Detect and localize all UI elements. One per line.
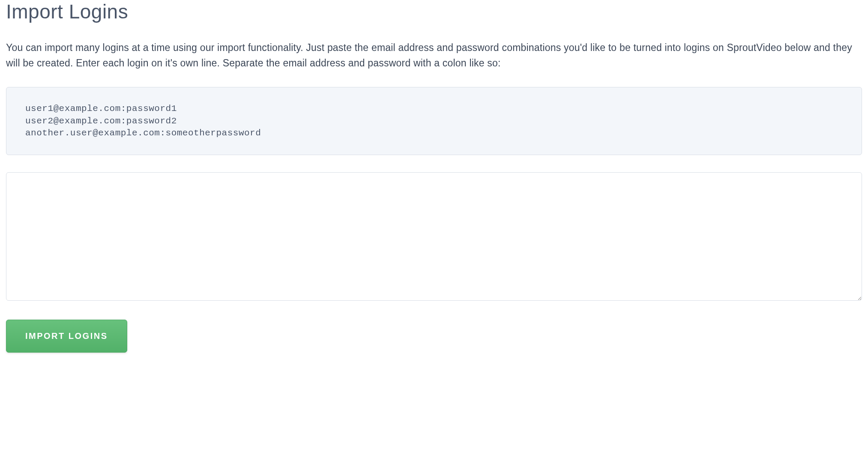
logins-input[interactable] <box>6 172 862 301</box>
import-description: You can import many logins at a time usi… <box>6 40 862 71</box>
import-logins-button[interactable]: IMPORT LOGINS <box>6 320 127 353</box>
example-box: user1@example.com:password1 user2@exampl… <box>6 87 862 155</box>
page-title: Import Logins <box>6 0 862 23</box>
example-text: user1@example.com:password1 user2@exampl… <box>25 103 846 139</box>
